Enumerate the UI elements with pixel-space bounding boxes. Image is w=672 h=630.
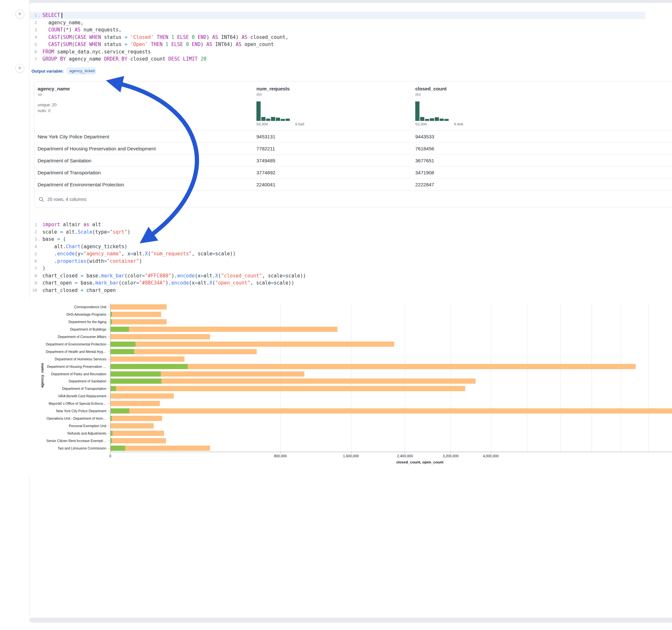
add-cell-button-2[interactable]: + [15,64,24,73]
code-line[interactable]: 5 .encode(y="agency_name", x=alt.X("num_… [29,250,645,258]
code-token: CAST [48,34,60,40]
table-cell: 9453131 [257,131,275,143]
python-code-editor[interactable]: 1import altair as alt2scale = alt.Scale(… [29,221,645,294]
column-name: agency_name [38,86,70,91]
sql-code-editor[interactable]: 1⌄SELECT2 agency_name,3 COUNT(*) AS num_… [29,12,645,63]
code-token: ( [60,34,63,40]
code-text: ) [43,265,45,271]
table-row[interactable]: New York City Police Department945313194… [34,130,672,143]
code-line[interactable]: 5 CAST(SUM(CASE WHEN status = 'Open' THE… [29,41,645,48]
x-tick-label: 2,400,000 [397,454,413,458]
code-text: import altair as alt [43,222,101,227]
code-token: = [124,34,127,40]
y-tick [108,329,110,330]
histogram-bar [439,119,444,121]
bar-closed [111,312,161,317]
code-token: encode [177,273,194,279]
code-line[interactable]: 2 agency_name, [29,19,645,27]
grid-line [405,303,405,452]
output-variable-label: Output variable: [31,69,64,74]
add-cell-button[interactable]: + [15,10,24,19]
column-header-num-requests[interactable]: num_requests i64 53,304 9.5e6 [257,86,304,126]
code-line[interactable]: 2scale = alt.Scale(type="sqrt") [29,228,645,236]
table-cell: Department of Environmental Protection [38,179,124,191]
column-header-agency-name[interactable]: agency_name str unique: 20 nulls: 0 [38,86,70,114]
code-token [43,27,48,33]
bar-closed [111,357,185,362]
grid-line [648,303,649,452]
column-type: i64 [257,92,304,97]
column-histogram [415,101,463,121]
output-variable-chip[interactable]: agency_tickets [67,68,95,74]
code-line[interactable]: 6 .properties(width="container") [29,258,645,265]
code-token: base. [77,280,95,286]
grid-line [527,303,527,452]
table-row[interactable]: Department of Transportation377489234719… [34,167,672,178]
code-line[interactable]: 4 alt.Chart(agency_tickets) [29,243,645,250]
code-line[interactable]: 7) [29,265,645,272]
code-line[interactable]: 8chart_closed = base.mark_bar(color="#FF… [29,272,645,280]
y-tick [108,448,110,449]
code-token: WHEN [90,42,101,47]
code-token: SUM [63,34,72,40]
column-header-closed-count[interactable]: closed_count i64 53,304 9.4e6 [415,86,463,126]
code-line[interactable]: 4 CAST(SUM(CASE WHEN status = 'Closed' T… [29,34,645,41]
code-token [127,42,130,47]
code-token: = [107,229,110,235]
bar-open [111,364,188,369]
line-number: 2 [29,20,37,25]
code-token: mark_bar [95,280,119,286]
fold-caret-icon[interactable]: ⌄ [38,14,40,17]
code-token: GROUP [43,56,57,62]
code-line[interactable]: 7GROUP BY agency_name ORDER BY closed_co… [29,55,645,63]
line-number: 7 [29,57,37,62]
code-token: ) [69,27,75,33]
code-token: ELSE [171,42,183,47]
code-token: AS [75,27,80,33]
code-token: "#8BC34A" [139,280,165,286]
code-token: closed_count [127,56,168,62]
table-row[interactable]: Department of Housing Preservation and D… [34,143,672,154]
fold-caret-icon[interactable]: ⌄ [38,238,40,241]
category-label: Taxi and Limousine Commission [29,446,106,450]
table-cell: 3677651 [415,155,434,167]
code-line[interactable]: 6FROM sample_data.nyc.service_requests [29,48,645,56]
table-row[interactable]: Department of Environmental Protection22… [34,178,672,191]
line-number: 5 [29,251,37,256]
table-row[interactable]: Department of Sanitation37494853677651 [34,154,672,167]
code-token: (type [92,229,107,235]
bar-open [111,431,113,436]
code-text: chart_closed = base.mark_bar(color="#FFC… [43,273,306,279]
code-line[interactable]: 10chart_closed + chart_open [29,287,645,294]
code-line[interactable]: 3⌄base = ( [29,236,645,243]
code-text: .encode(y="agency_name", x=alt.X("num_re… [43,251,236,257]
code-token: ( [60,42,63,47]
y-tick [108,389,110,389]
category-label: Correspondence Unit [29,305,106,309]
code-line[interactable]: 1import altair as alt [29,221,645,228]
code-token: ). [165,280,171,286]
search-icon[interactable] [39,197,44,202]
code-token: THEN [157,34,168,40]
code-line[interactable]: 3 COUNT(*) AS num_requests, [29,26,645,34]
code-token: mark_bar [101,273,124,279]
code-text: CAST(SUM(CASE WHEN status = 'Closed' THE… [43,34,289,40]
code-line[interactable]: 9chart_open = base.mark_bar(color="#8BC3… [29,280,645,287]
table-cell: New York City Police Department [38,131,109,143]
code-line[interactable]: 1⌄SELECT [29,12,645,19]
code-text: GROUP BY agency_name ORDER BY closed_cou… [43,56,207,62]
code-token [43,42,48,47]
y-tick [108,359,110,359]
code-token: = [142,273,145,279]
x-tick [405,452,405,453]
code-token: 1 [165,42,168,47]
code-token: as [83,222,89,227]
code-token: = [195,280,198,286]
bar-closed [111,327,337,332]
code-token: scale [43,229,60,235]
column-histogram [257,101,304,121]
code-token [86,34,89,40]
code-token: encode [171,280,189,286]
code-text: base = ( [43,236,66,242]
code-token: import [43,222,60,227]
